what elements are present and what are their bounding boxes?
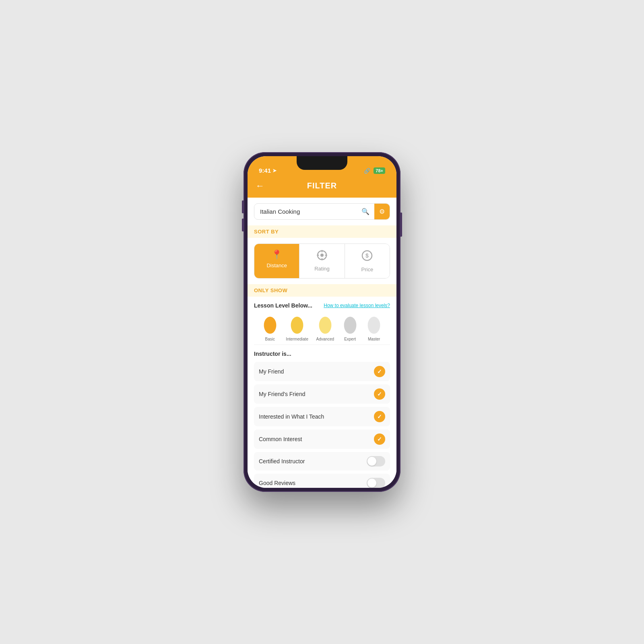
status-icons: 🔗 78+ (364, 167, 385, 174)
instructor-title: Instructor is... (254, 351, 390, 357)
sort-distance-label: Distance (266, 262, 287, 268)
filter-good-reviews: Good Reviews (254, 474, 390, 488)
friends-friend-label: My Friend's Friend (259, 391, 305, 397)
battery-badge: 78+ (374, 167, 385, 174)
lesson-level-section: Lesson Level Below... How to evaluate le… (248, 297, 396, 345)
level-expert-label: Expert (344, 337, 356, 341)
certified-toggle[interactable] (367, 456, 385, 466)
svg-point-8 (264, 317, 276, 334)
level-intermediate-label: Intermediate (286, 337, 308, 341)
my-friend-checkbox[interactable]: ✓ (374, 366, 385, 377)
level-intermediate[interactable]: Intermediate (286, 314, 308, 341)
svg-point-12 (368, 317, 380, 334)
sort-price[interactable]: $ Price (345, 244, 390, 278)
rating-icon (316, 250, 328, 263)
instructor-section: Instructor is... My Friend ✓ My Friend's… (248, 345, 396, 488)
filter-certified: Certified Instructor (254, 452, 390, 471)
common-interest-checkbox[interactable]: ✓ (374, 433, 385, 445)
good-reviews-label: Good Reviews (259, 480, 295, 486)
price-icon: $ (361, 250, 373, 264)
sort-rating[interactable]: Rating (299, 244, 345, 278)
sort-section: 📍 Distance (248, 238, 396, 284)
main-content: 🔍 ⚙ SORT BY 📍 Distance (248, 198, 396, 488)
svg-point-10 (319, 317, 331, 334)
level-basic-label: Basic (265, 337, 275, 341)
status-time: 9:41 ➤ (259, 167, 277, 174)
filter-common-interest: Common Interest ✓ (254, 429, 390, 449)
lesson-level-header: Lesson Level Below... How to evaluate le… (254, 302, 390, 309)
common-interest-label: Common Interest (259, 436, 302, 442)
page-title: FILTER (307, 181, 337, 190)
search-section: 🔍 ⚙ (248, 198, 396, 225)
svg-point-1 (320, 254, 324, 257)
egg-levels: Basic Intermediate Advanced (254, 314, 390, 341)
svg-text:$: $ (365, 252, 369, 259)
interested-teach-checkbox[interactable]: ✓ (374, 411, 385, 422)
my-friend-label: My Friend (259, 368, 284, 375)
level-advanced[interactable]: Advanced (316, 314, 334, 341)
distance-icon: 📍 (271, 250, 282, 260)
level-master-label: Master (368, 337, 380, 341)
sort-rating-label: Rating (314, 266, 330, 272)
level-master[interactable]: Master (366, 314, 382, 341)
svg-point-9 (291, 317, 303, 334)
svg-point-11 (344, 317, 356, 334)
search-button[interactable]: 🔍 (357, 204, 374, 219)
level-advanced-label: Advanced (316, 337, 334, 341)
filter-my-friend: My Friend ✓ (254, 362, 390, 381)
search-input[interactable] (254, 204, 357, 219)
certified-toggle-knob (367, 457, 376, 466)
only-show-header: ONLY SHOW (248, 284, 396, 297)
filter-interested-teach: Interested in What I Teach ✓ (254, 407, 390, 426)
header: ← FILTER (248, 176, 396, 198)
back-button[interactable]: ← (256, 181, 264, 191)
lesson-level-link[interactable]: How to evaluate lesson levels? (324, 303, 390, 308)
search-bar: 🔍 ⚙ (254, 203, 390, 220)
good-reviews-toggle[interactable] (367, 478, 385, 488)
level-expert[interactable]: Expert (342, 314, 358, 341)
filter-button[interactable]: ⚙ (374, 204, 390, 219)
sort-distance[interactable]: 📍 Distance (254, 244, 299, 278)
interested-teach-label: Interested in What I Teach (259, 413, 324, 420)
lesson-level-title: Lesson Level Below... (254, 302, 312, 309)
level-basic[interactable]: Basic (262, 314, 278, 341)
friends-friend-checkbox[interactable]: ✓ (374, 388, 385, 400)
filter-friends-friend: My Friend's Friend ✓ (254, 384, 390, 404)
sort-by-header: SORT BY (248, 225, 396, 238)
certified-label: Certified Instructor (259, 458, 305, 464)
sort-price-label: Price (361, 266, 374, 272)
link-icon: 🔗 (364, 168, 370, 174)
sort-options: 📍 Distance (254, 244, 390, 279)
good-reviews-toggle-knob (367, 479, 376, 487)
